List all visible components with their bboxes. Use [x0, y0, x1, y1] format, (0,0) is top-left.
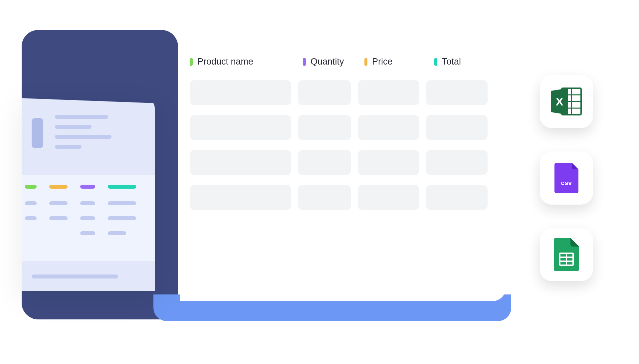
google-sheets-icon — [554, 238, 579, 271]
document-footer-panel — [22, 261, 155, 291]
column-label: Total — [442, 57, 461, 67]
export-options: X csv — [540, 75, 593, 281]
extracted-table: Product name Quantity Price Total — [190, 57, 503, 210]
svg-text:X: X — [556, 95, 563, 108]
column-label: Quantity — [311, 57, 344, 67]
cell-total[interactable] — [426, 80, 488, 105]
column-marker-icon — [364, 58, 367, 66]
export-sheets-button[interactable] — [540, 228, 593, 281]
cell-price[interactable] — [358, 150, 419, 175]
export-excel-button[interactable]: X — [540, 75, 593, 128]
column-header-product: Product name — [190, 57, 303, 67]
column-marker-icon — [303, 58, 306, 66]
table-row — [190, 115, 503, 140]
document-row — [25, 216, 136, 220]
cell-product[interactable] — [190, 115, 291, 140]
column-header-total: Total — [434, 57, 499, 67]
cell-product[interactable] — [190, 185, 291, 210]
csv-icon-label: csv — [554, 179, 578, 187]
cell-quantity[interactable] — [298, 115, 351, 140]
document-header-lines — [55, 115, 111, 155]
document-column-markers — [22, 185, 136, 189]
csv-icon: csv — [554, 163, 578, 193]
cell-product[interactable] — [190, 150, 291, 175]
column-marker-icon — [190, 58, 193, 66]
cell-price[interactable] — [358, 80, 419, 105]
column-header-quantity: Quantity — [303, 57, 364, 67]
document-row — [25, 231, 126, 235]
source-document — [22, 98, 155, 291]
document-header-panel — [22, 98, 155, 175]
cell-quantity[interactable] — [298, 150, 351, 175]
table-row — [190, 150, 503, 175]
column-label: Price — [372, 57, 393, 67]
cell-product[interactable] — [190, 80, 291, 105]
document-footer-line — [32, 274, 118, 278]
document-thumbnail-placeholder — [32, 118, 43, 148]
cell-total[interactable] — [426, 150, 488, 175]
table-body — [190, 80, 503, 210]
column-header-price: Price — [364, 57, 434, 67]
table-header-row: Product name Quantity Price Total — [190, 57, 503, 67]
document-body-panel — [22, 175, 155, 261]
cell-price[interactable] — [358, 185, 419, 210]
cell-quantity[interactable] — [298, 185, 351, 210]
column-marker-icon — [434, 58, 437, 66]
document-row — [25, 201, 136, 205]
cell-total[interactable] — [426, 115, 488, 140]
cell-total[interactable] — [426, 185, 488, 210]
column-label: Product name — [197, 57, 253, 67]
table-row — [190, 185, 503, 210]
cell-quantity[interactable] — [298, 80, 351, 105]
cell-price[interactable] — [358, 115, 419, 140]
export-csv-button[interactable]: csv — [540, 151, 593, 205]
excel-icon: X — [550, 87, 583, 116]
table-row — [190, 80, 503, 105]
